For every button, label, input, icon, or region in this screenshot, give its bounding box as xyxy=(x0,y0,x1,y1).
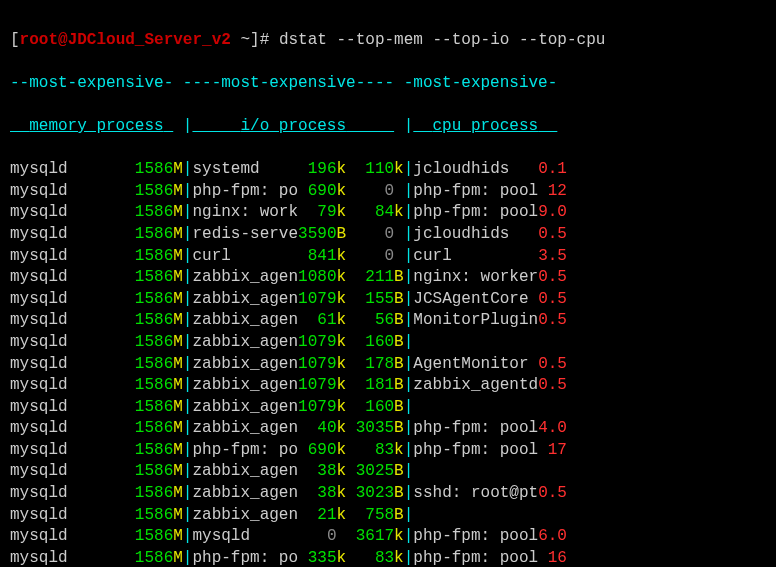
prompt-line[interactable]: [root@JDCloud_Server_v2 ~]# dstat --top-… xyxy=(10,30,766,52)
table-row: mysqld 1586M|zabbix_agen 38k 3025B| xyxy=(10,461,766,483)
command-text: dstat --top-mem --top-io --top-cpu xyxy=(279,31,605,49)
table-row: mysqld 1586M|zabbix_agen 61k 56B|Monitor… xyxy=(10,310,766,332)
table-row: mysqld 1586M|php-fpm: po 690k 0 |php-fpm… xyxy=(10,181,766,203)
table-row: mysqld 1586M|zabbix_agen1079k 181B|zabbi… xyxy=(10,375,766,397)
terminal-output: [root@JDCloud_Server_v2 ~]# dstat --top-… xyxy=(0,0,776,567)
table-row: mysqld 1586M|zabbix_agen1079k 160B| xyxy=(10,397,766,419)
table-row: mysqld 1586M|zabbix_agen1079k 178B|Agent… xyxy=(10,354,766,376)
table-row: mysqld 1586M|php-fpm: po 335k 83k|php-fp… xyxy=(10,548,766,567)
header-row-2: memory process | i/o process | cpu proce… xyxy=(10,116,766,138)
table-row: mysqld 1586M|mysqld 0 3617k|php-fpm: poo… xyxy=(10,526,766,548)
table-row: mysqld 1586M|zabbix_agen 40k 3035B|php-f… xyxy=(10,418,766,440)
table-row: mysqld 1586M|zabbix_agen1079k 155B|JCSAg… xyxy=(10,289,766,311)
table-row: mysqld 1586M|zabbix_agen 21k 758B| xyxy=(10,505,766,527)
table-row: mysqld 1586M|zabbix_agen1079k 160B| xyxy=(10,332,766,354)
table-row: mysqld 1586M|php-fpm: po 690k 83k|php-fp… xyxy=(10,440,766,462)
table-row: mysqld 1586M|curl 841k 0 |curl 3.5 xyxy=(10,246,766,268)
header-row-1: --most-expensive- ----most-expensive----… xyxy=(10,73,766,95)
table-row: mysqld 1586M|redis-serve3590B 0 |jcloudh… xyxy=(10,224,766,246)
table-row: mysqld 1586M|nginx: work 79k 84k|php-fpm… xyxy=(10,202,766,224)
data-rows: mysqld 1586M|systemd 196k 110k|jcloudhid… xyxy=(10,159,766,567)
table-row: mysqld 1586M|zabbix_agen1080k 211B|nginx… xyxy=(10,267,766,289)
table-row: mysqld 1586M|systemd 196k 110k|jcloudhid… xyxy=(10,159,766,181)
table-row: mysqld 1586M|zabbix_agen 38k 3023B|sshd:… xyxy=(10,483,766,505)
